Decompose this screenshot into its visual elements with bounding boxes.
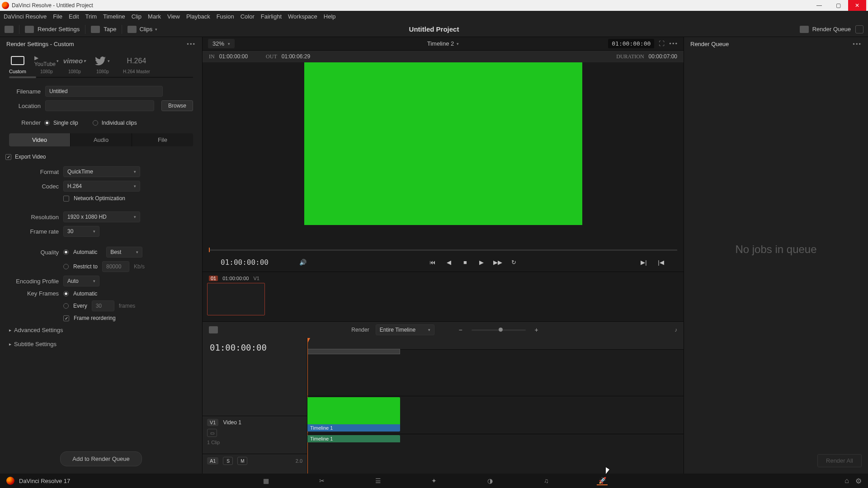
a1-solo-button[interactable]: S <box>223 457 233 465</box>
quality-auto-radio[interactable] <box>63 249 69 255</box>
keyframes-every-input[interactable] <box>92 300 114 311</box>
timeline-ruler[interactable] <box>307 338 684 350</box>
timeline-zoom-slider[interactable] <box>472 329 526 331</box>
v1-toggle-icon[interactable]: ▭ <box>207 429 217 437</box>
close-button[interactable]: ✕ <box>848 0 866 11</box>
menu-fusion[interactable]: Fusion <box>217 13 234 20</box>
preset-h264[interactable]: H.264 H.264 Master <box>123 56 150 74</box>
codec-dropdown[interactable]: H.264▾ <box>63 181 140 192</box>
page-fairlight[interactable]: ♫ <box>541 476 552 485</box>
queue-options-icon[interactable]: ••• <box>853 41 862 47</box>
preset-twitter[interactable]: ▾ 1080p <box>95 56 110 74</box>
menu-davinci[interactable]: DaVinci Resolve <box>4 13 47 20</box>
timeline-timecode[interactable]: 01:00:00:00 <box>203 338 307 357</box>
minimize-button[interactable]: — <box>810 0 828 11</box>
zoom-out-button[interactable]: − <box>456 326 465 333</box>
tab-audio[interactable]: Audio <box>71 133 132 146</box>
stop-button[interactable]: ■ <box>461 258 470 267</box>
settings-gear-icon[interactable]: ⚙ <box>855 477 862 485</box>
page-deliver[interactable]: 🚀 <box>597 476 608 485</box>
advanced-settings-expander[interactable]: ▸Advanced Settings <box>0 323 202 337</box>
expand-button[interactable] <box>855 25 863 33</box>
step-fwd-button[interactable]: ▶▶ <box>493 258 502 267</box>
viewport-expand-icon[interactable]: ⛶ <box>659 40 665 47</box>
quality-best-dropdown[interactable]: Best▾ <box>106 247 142 258</box>
prev-clip-button[interactable]: |◀ <box>656 258 665 267</box>
subtitle-settings-expander[interactable]: ▸Subtitle Settings <box>0 337 202 351</box>
in-out-range[interactable] <box>307 349 400 354</box>
page-media[interactable]: ▦ <box>260 476 271 485</box>
tab-video[interactable]: Video <box>9 133 71 146</box>
clip-thumbnail[interactable] <box>207 283 265 315</box>
timeline-selector[interactable]: Timeline 2▾ <box>427 40 459 47</box>
menu-trim[interactable]: Trim <box>85 13 97 20</box>
tape-toggle[interactable]: Tape <box>91 26 116 33</box>
menu-edit[interactable]: Edit <box>69 13 79 20</box>
menu-mark[interactable]: Mark <box>148 13 161 20</box>
render-settings-toggle[interactable]: Render Settings <box>25 26 80 33</box>
preset-scrollbar[interactable] <box>9 77 193 78</box>
single-clip-radio[interactable] <box>44 120 50 126</box>
audio-clip[interactable]: Timeline 1 <box>307 435 400 445</box>
browse-button[interactable]: Browse <box>161 100 193 111</box>
menu-help[interactable]: Help <box>324 13 336 20</box>
preset-custom[interactable]: Custom <box>9 55 26 74</box>
workspace-layout-icon[interactable] <box>5 26 14 33</box>
page-color[interactable]: ◑ <box>485 476 495 485</box>
zoom-in-button[interactable]: + <box>532 326 541 333</box>
menu-playback[interactable]: Playback <box>186 13 210 20</box>
viewer-scrubber[interactable] <box>209 249 677 251</box>
menu-fairlight[interactable]: Fairlight <box>261 13 282 20</box>
video-clip[interactable]: Timeline 1 <box>307 397 400 432</box>
menu-timeline[interactable]: Timeline <box>103 13 125 20</box>
loop-button[interactable]: ↻ <box>509 258 519 267</box>
panel-options-icon[interactable]: ••• <box>187 41 196 47</box>
step-back-button[interactable]: ◀ <box>444 258 453 267</box>
page-fusion[interactable]: ✦ <box>429 476 439 485</box>
volume-icon[interactable]: 🔊 <box>298 258 307 267</box>
maximize-button[interactable]: ▢ <box>829 0 847 11</box>
menu-file[interactable]: File <box>53 13 62 20</box>
quality-restrict-input[interactable] <box>102 261 129 272</box>
out-timecode[interactable]: 01:00:06:29 <box>282 53 310 60</box>
encprofile-dropdown[interactable]: Auto▾ <box>63 276 99 286</box>
menu-clip[interactable]: Clip <box>132 13 142 20</box>
zoom-dropdown[interactable]: 32%▾ <box>208 39 235 48</box>
audio-meters-icon[interactable]: ♪ <box>675 327 677 333</box>
export-video-checkbox[interactable] <box>5 154 11 160</box>
format-dropdown[interactable]: QuickTime▾ <box>63 166 140 177</box>
quality-restrict-radio[interactable] <box>63 264 69 269</box>
clips-toggle[interactable]: Clips ▾ <box>127 26 157 33</box>
home-icon[interactable]: ⌂ <box>844 477 849 485</box>
network-opt-checkbox[interactable] <box>63 196 69 202</box>
framerate-dropdown[interactable]: 30▾ <box>63 226 99 237</box>
menu-workspace[interactable]: Workspace <box>288 13 317 20</box>
viewer-timecode[interactable]: 01:00:00:00 <box>608 39 654 48</box>
render-queue-toggle[interactable]: Render Queue <box>800 26 851 33</box>
track-head-v1[interactable]: V1 Video 1 ▭ 1 Clip <box>203 416 307 454</box>
timeline-view-options-icon[interactable] <box>209 326 218 333</box>
menu-view[interactable]: View <box>167 13 180 20</box>
render-range-dropdown[interactable]: Entire Timeline▾ <box>376 324 434 335</box>
preset-vimeo[interactable]: vimeo▾ 1080p <box>67 56 82 74</box>
viewer-options-icon[interactable]: ••• <box>669 40 678 47</box>
menu-color[interactable]: Color <box>241 13 255 20</box>
go-first-button[interactable]: ⏮ <box>428 258 437 267</box>
in-timecode[interactable]: 01:00:00:00 <box>219 53 248 60</box>
keyframes-auto-radio[interactable] <box>63 291 69 296</box>
keyframes-every-radio[interactable] <box>63 303 69 309</box>
play-button[interactable]: ▶ <box>477 258 486 267</box>
preset-youtube[interactable]: ▶ YouTube▾ 1080p <box>39 56 54 74</box>
a1-mute-button[interactable]: M <box>237 457 247 465</box>
page-edit[interactable]: ☰ <box>373 476 383 485</box>
resolution-dropdown[interactable]: 868 x 488 HD▾ <box>63 211 140 222</box>
track-head-a1[interactable]: A1 S M 2.0 <box>203 454 307 474</box>
viewer-canvas[interactable] <box>203 62 684 253</box>
tab-file[interactable]: File <box>132 133 193 146</box>
frame-reorder-checkbox[interactable] <box>63 315 69 321</box>
page-cut[interactable]: ✂ <box>316 476 327 485</box>
location-input[interactable] <box>45 100 154 111</box>
timeline-tracks[interactable]: Timeline 1 Timeline 1 <box>307 338 684 474</box>
individual-clips-radio[interactable] <box>93 120 98 126</box>
add-to-render-queue-button[interactable]: Add to Render Queue <box>60 451 142 466</box>
